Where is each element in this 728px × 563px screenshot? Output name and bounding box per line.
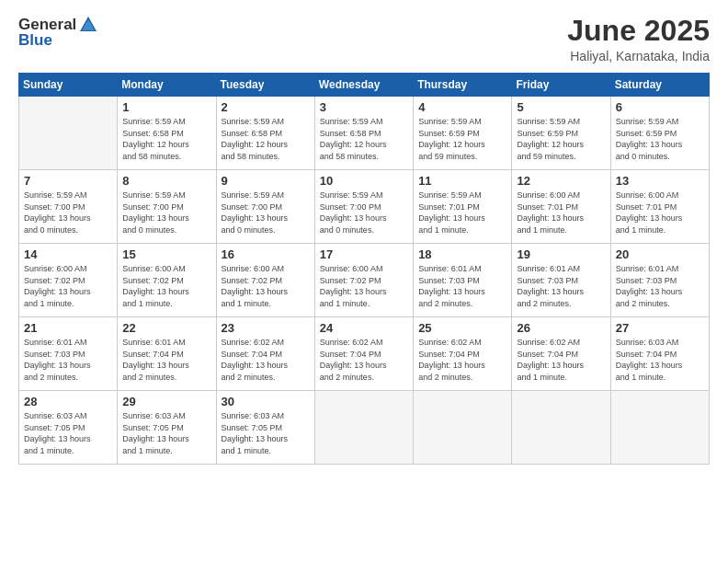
header-sunday: Sunday [19,74,118,97]
calendar-week-row: 21Sunrise: 6:01 AM Sunset: 7:03 PM Dayli… [19,317,710,391]
calendar-day-cell: 24Sunrise: 6:02 AM Sunset: 7:04 PM Dayli… [314,317,413,391]
day-info: Sunrise: 6:00 AM Sunset: 7:02 PM Dayligh… [122,263,210,309]
day-info: Sunrise: 6:00 AM Sunset: 7:01 PM Dayligh… [616,190,704,236]
day-number: 6 [616,100,704,114]
day-info: Sunrise: 6:01 AM Sunset: 7:03 PM Dayligh… [517,263,605,309]
day-info: Sunrise: 6:01 AM Sunset: 7:03 PM Dayligh… [24,337,112,383]
calendar-day-cell: 9Sunrise: 5:59 AM Sunset: 7:00 PM Daylig… [216,170,314,244]
day-number: 27 [616,321,704,335]
title-block: June 2025 Haliyal, Karnataka, India [567,15,710,63]
calendar-day-cell: 1Sunrise: 5:59 AM Sunset: 6:58 PM Daylig… [118,97,216,170]
calendar-day-cell: 17Sunrise: 6:00 AM Sunset: 7:02 PM Dayli… [314,244,413,317]
logo-blue: Blue [18,31,52,50]
calendar-day-cell: 4Sunrise: 5:59 AM Sunset: 6:59 PM Daylig… [414,97,512,170]
day-info: Sunrise: 6:03 AM Sunset: 7:05 PM Dayligh… [222,410,310,456]
day-number: 26 [517,321,605,335]
calendar-day-cell: 27Sunrise: 6:03 AM Sunset: 7:04 PM Dayli… [610,317,709,391]
day-info: Sunrise: 6:02 AM Sunset: 7:04 PM Dayligh… [320,337,408,383]
header-tuesday: Tuesday [216,74,314,97]
calendar-day-cell: 2Sunrise: 5:59 AM Sunset: 6:58 PM Daylig… [216,97,314,170]
day-info: Sunrise: 5:59 AM Sunset: 7:01 PM Dayligh… [418,190,506,236]
day-info: Sunrise: 6:03 AM Sunset: 7:05 PM Dayligh… [24,410,112,456]
calendar-week-row: 1Sunrise: 5:59 AM Sunset: 6:58 PM Daylig… [19,97,710,170]
day-number: 25 [418,321,506,335]
day-number: 4 [418,100,506,114]
day-info: Sunrise: 5:59 AM Sunset: 6:58 PM Dayligh… [320,116,408,162]
day-number: 20 [616,247,704,261]
calendar-day-cell: 23Sunrise: 6:02 AM Sunset: 7:04 PM Dayli… [216,317,314,391]
day-number: 23 [222,321,310,335]
calendar-week-row: 28Sunrise: 6:03 AM Sunset: 7:05 PM Dayli… [19,391,710,465]
day-info: Sunrise: 5:59 AM Sunset: 6:59 PM Dayligh… [517,116,605,162]
day-info: Sunrise: 5:59 AM Sunset: 7:00 PM Dayligh… [122,190,210,236]
day-number: 3 [320,100,408,114]
calendar-day-cell: 21Sunrise: 6:01 AM Sunset: 7:03 PM Dayli… [19,317,118,391]
day-number: 29 [122,395,210,408]
calendar-day-cell: 30Sunrise: 6:03 AM Sunset: 7:05 PM Dayli… [216,391,314,465]
day-number: 10 [320,174,408,188]
day-number: 17 [320,247,408,261]
month-title: June 2025 [567,15,710,47]
day-info: Sunrise: 5:59 AM Sunset: 6:59 PM Dayligh… [418,116,506,162]
day-info: Sunrise: 6:00 AM Sunset: 7:02 PM Dayligh… [320,263,408,309]
calendar-day-cell [610,391,709,465]
calendar-day-cell: 22Sunrise: 6:01 AM Sunset: 7:04 PM Dayli… [118,317,216,391]
day-number: 15 [122,247,210,261]
calendar-day-cell: 10Sunrise: 5:59 AM Sunset: 7:00 PM Dayli… [314,170,413,244]
day-number: 13 [616,174,704,188]
day-info: Sunrise: 6:02 AM Sunset: 7:04 PM Dayligh… [418,337,506,383]
day-number: 1 [122,100,210,114]
calendar-day-cell: 7Sunrise: 5:59 AM Sunset: 7:00 PM Daylig… [19,170,118,244]
calendar-day-cell: 3Sunrise: 5:59 AM Sunset: 6:58 PM Daylig… [314,97,413,170]
day-number: 18 [418,247,506,261]
header-thursday: Thursday [414,74,512,97]
day-info: Sunrise: 6:00 AM Sunset: 7:01 PM Dayligh… [517,190,605,236]
day-info: Sunrise: 6:01 AM Sunset: 7:03 PM Dayligh… [616,263,704,309]
calendar-day-cell: 15Sunrise: 6:00 AM Sunset: 7:02 PM Dayli… [118,244,216,317]
calendar-day-cell: 29Sunrise: 6:03 AM Sunset: 7:05 PM Dayli… [118,391,216,465]
day-info: Sunrise: 6:01 AM Sunset: 7:04 PM Dayligh… [122,337,210,383]
calendar-week-row: 14Sunrise: 6:00 AM Sunset: 7:02 PM Dayli… [19,244,710,317]
calendar-day-cell [19,97,118,170]
header: General Blue June 2025 Haliyal, Karnatak… [18,15,710,63]
calendar-table: Sunday Monday Tuesday Wednesday Thursday… [18,73,710,465]
day-number: 16 [222,247,310,261]
day-number: 30 [222,395,310,408]
day-number: 11 [418,174,506,188]
day-number: 14 [24,247,112,261]
day-number: 28 [24,395,112,408]
calendar-day-cell: 26Sunrise: 6:02 AM Sunset: 7:04 PM Dayli… [512,317,610,391]
day-number: 24 [320,321,408,335]
logo-icon [78,15,98,35]
header-saturday: Saturday [610,74,709,97]
calendar-day-cell [314,391,413,465]
day-number: 8 [122,174,210,188]
location-subtitle: Haliyal, Karnataka, India [567,49,710,63]
day-info: Sunrise: 5:59 AM Sunset: 7:00 PM Dayligh… [320,190,408,236]
calendar-day-cell: 20Sunrise: 6:01 AM Sunset: 7:03 PM Dayli… [610,244,709,317]
day-number: 7 [24,174,112,188]
day-number: 2 [222,100,310,114]
logo: General Blue [18,15,98,50]
day-info: Sunrise: 6:00 AM Sunset: 7:02 PM Dayligh… [24,263,112,309]
day-number: 22 [122,321,210,335]
day-info: Sunrise: 6:03 AM Sunset: 7:05 PM Dayligh… [122,410,210,456]
day-info: Sunrise: 6:03 AM Sunset: 7:04 PM Dayligh… [616,337,704,383]
calendar-day-cell: 19Sunrise: 6:01 AM Sunset: 7:03 PM Dayli… [512,244,610,317]
weekday-header-row: Sunday Monday Tuesday Wednesday Thursday… [19,74,710,97]
day-info: Sunrise: 6:02 AM Sunset: 7:04 PM Dayligh… [517,337,605,383]
calendar-day-cell: 5Sunrise: 5:59 AM Sunset: 6:59 PM Daylig… [512,97,610,170]
calendar-day-cell: 16Sunrise: 6:00 AM Sunset: 7:02 PM Dayli… [216,244,314,317]
day-number: 21 [24,321,112,335]
header-friday: Friday [512,74,610,97]
day-info: Sunrise: 6:02 AM Sunset: 7:04 PM Dayligh… [222,337,310,383]
day-number: 12 [517,174,605,188]
calendar-day-cell [512,391,610,465]
calendar-day-cell: 28Sunrise: 6:03 AM Sunset: 7:05 PM Dayli… [19,391,118,465]
day-info: Sunrise: 6:00 AM Sunset: 7:02 PM Dayligh… [222,263,310,309]
day-info: Sunrise: 6:01 AM Sunset: 7:03 PM Dayligh… [418,263,506,309]
day-number: 19 [517,247,605,261]
calendar-day-cell: 13Sunrise: 6:00 AM Sunset: 7:01 PM Dayli… [610,170,709,244]
day-info: Sunrise: 5:59 AM Sunset: 6:58 PM Dayligh… [122,116,210,162]
day-number: 5 [517,100,605,114]
